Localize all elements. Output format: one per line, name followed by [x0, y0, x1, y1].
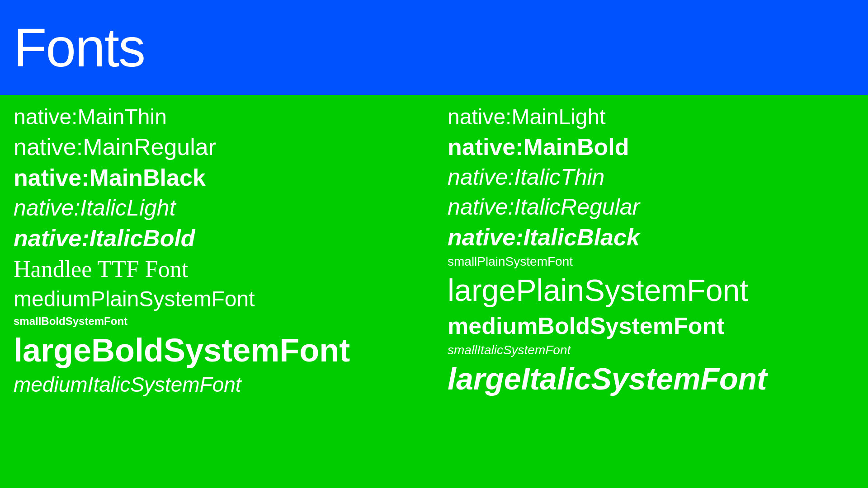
font-item-right-6: largePlainSystemFont — [448, 272, 854, 309]
font-item-right-5: smallPlainSystemFont — [448, 254, 854, 269]
font-item-right-2: native:ItalicThin — [448, 164, 854, 191]
font-item-left-9: mediumItalicSystemFont — [14, 372, 420, 397]
font-item-right-7: mediumBoldSystemFont — [448, 312, 854, 340]
right-column: native:MainLightnative:MainBoldnative:It… — [434, 95, 868, 488]
left-column: native:MainThinnative:MainRegularnative:… — [0, 95, 434, 488]
font-item-left-1: native:MainRegular — [14, 133, 420, 161]
header: Fonts — [0, 0, 868, 95]
font-item-left-7: smallBoldSystemFont — [14, 315, 420, 328]
font-item-right-3: native:ItalicRegular — [448, 193, 854, 221]
font-item-left-8: largeBoldSystemFont — [14, 331, 420, 370]
font-item-left-3: native:ItalicLight — [14, 194, 420, 221]
font-item-right-4: native:ItalicBlack — [448, 223, 854, 251]
font-item-left-5: Handlee TTF Font — [14, 255, 420, 283]
font-item-left-4: native:ItalicBold — [14, 224, 420, 252]
page-title: Fonts — [14, 16, 145, 79]
font-item-left-6: mediumPlainSystemFont — [14, 286, 420, 312]
font-item-right-9: largeItalicSystemFont — [448, 361, 854, 398]
font-item-left-2: native:MainBlack — [14, 164, 420, 192]
content-area: native:MainThinnative:MainRegularnative:… — [0, 95, 868, 488]
font-item-left-0: native:MainThin — [14, 104, 420, 130]
font-item-right-0: native:MainLight — [448, 104, 854, 130]
font-item-right-8: smallItalicSystemFont — [448, 343, 854, 358]
font-item-right-1: native:MainBold — [448, 133, 854, 161]
